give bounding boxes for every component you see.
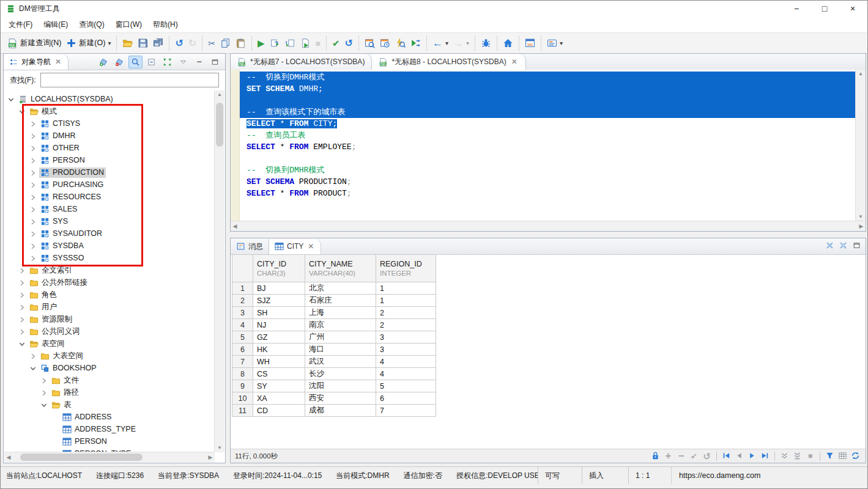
column-header-CITY_ID[interactable]: CITY_IDCHAR(3) — [253, 255, 305, 282]
refresh-grid-button[interactable] — [850, 450, 861, 462]
chevron-down-icon[interactable] — [8, 96, 15, 103]
chevron-right-icon[interactable] — [30, 230, 37, 237]
new-connection-button[interactable] — [97, 56, 111, 68]
minimize-button[interactable]: − — [782, 1, 811, 17]
save-all-button[interactable] — [151, 37, 165, 50]
tree-item-PURCHASING[interactable]: PURCHASING — [4, 178, 215, 191]
execute-script-button[interactable] — [299, 37, 313, 50]
scroll-left-icon[interactable]: ◀ — [4, 452, 13, 462]
export-grid-button[interactable] — [837, 450, 848, 462]
scroll-down-icon[interactable]: ▼ — [215, 444, 224, 452]
chevron-right-icon[interactable] — [30, 255, 37, 262]
chevron-right-icon[interactable] — [30, 145, 37, 152]
caret-down-icon[interactable]: ▾ — [108, 40, 111, 46]
new-query-button[interactable]: SQL新建查询(N) — [6, 37, 63, 50]
table-row[interactable]: 1BJ北京1 — [232, 282, 436, 295]
table-row[interactable]: 10XA西安6 — [232, 392, 436, 405]
debug-button[interactable] — [479, 37, 493, 50]
scroll-up-icon[interactable]: ▲ — [215, 90, 224, 99]
paste-button[interactable] — [234, 37, 248, 50]
commit-button[interactable]: ✔ — [330, 37, 342, 49]
chevron-right-icon[interactable] — [19, 267, 26, 274]
chevron-right-icon[interactable] — [30, 133, 37, 139]
grid-corner-cell[interactable] — [232, 255, 253, 282]
tree-item-SALES[interactable]: SALES — [4, 203, 215, 215]
menu-item-2[interactable]: 查询(Q) — [73, 18, 109, 32]
tree-item-DMHR[interactable]: DMHR — [4, 130, 215, 142]
chevron-right-icon[interactable] — [30, 157, 37, 164]
explain-stats-button[interactable] — [378, 37, 392, 50]
first-page-button[interactable] — [721, 450, 732, 462]
remove-connection-button[interactable] — [113, 56, 127, 68]
copy-button[interactable] — [218, 37, 232, 50]
maximize-view-button[interactable] — [208, 56, 222, 68]
tab-object-navigator[interactable]: 对象导航 ✕ — [4, 54, 69, 70]
data-dictionary-button[interactable]: 101 — [523, 37, 537, 50]
chevron-right-icon[interactable] — [30, 194, 37, 200]
scroll-down-icon[interactable]: ▼ — [856, 213, 866, 221]
table-row[interactable]: 6HK海口3 — [232, 344, 436, 356]
tree-item-模式[interactable]: 模式 — [4, 105, 215, 117]
last-page-button[interactable] — [759, 450, 771, 462]
tree-item-表[interactable]: 表 — [4, 399, 215, 411]
save-button[interactable] — [136, 37, 150, 50]
caret-down-icon[interactable]: ▾ — [466, 40, 469, 46]
chevron-right-icon[interactable] — [41, 389, 48, 396]
close-icon[interactable]: ✕ — [306, 242, 315, 251]
chevron-right-icon[interactable] — [30, 182, 37, 188]
tree-item-OTHER[interactable]: OTHER — [4, 142, 215, 154]
chevron-down-icon[interactable] — [30, 365, 37, 372]
close-icon[interactable]: ✕ — [54, 57, 62, 66]
link-with-editor-button[interactable] — [160, 56, 174, 68]
tree-item-表空间[interactable]: 表空间 — [4, 337, 215, 350]
caret-down-icon[interactable]: ▾ — [445, 40, 448, 46]
chevron-down-icon[interactable] — [19, 108, 26, 115]
tree-item-ADDRESS[interactable]: ADDRESS — [4, 411, 215, 423]
table-row[interactable]: 5GZ广州3 — [232, 331, 436, 344]
lock-grid-button[interactable] — [650, 450, 661, 462]
eco-link[interactable]: https://eco.dameng.com — [671, 467, 867, 484]
menu-item-1[interactable]: 编辑(E) — [38, 18, 73, 32]
tree-item-CTISYS[interactable]: CTISYS — [4, 117, 215, 130]
editor-horizontal-scrollbar[interactable]: ◀ ▶ — [231, 221, 866, 231]
sql-code-area[interactable]: -- 切换到DMHR模式SET SCHEMA DMHR;-- 查询该模式下的城市… — [240, 70, 856, 221]
menu-item-4[interactable]: 帮助(H) — [147, 18, 184, 32]
chevron-right-icon[interactable] — [30, 243, 37, 249]
table-row[interactable]: 7WH武汉4 — [232, 356, 436, 368]
table-row[interactable]: 11CD成都7 — [232, 405, 436, 417]
chevron-down-icon[interactable] — [41, 402, 48, 408]
home-button[interactable] — [501, 37, 515, 50]
delete-row-button[interactable]: − — [675, 450, 687, 461]
tree-vertical-scrollbar[interactable]: ▲ ▼ — [214, 90, 224, 452]
tree-item-PERSON[interactable]: PERSON — [4, 435, 215, 447]
scroll-right-icon[interactable]: ▶ — [206, 452, 215, 462]
tree-item-LOCALHOST(SYSDBA)[interactable]: LOCALHOST(SYSDBA) — [4, 93, 215, 105]
maximize-button[interactable]: □ — [811, 1, 839, 17]
editor-tab-2[interactable]: SQL*无标题8 - LOCALHOST(SYSDBA)✕ — [372, 54, 525, 70]
scrollbar-thumb[interactable] — [216, 103, 223, 147]
prev-page-button[interactable] — [733, 450, 745, 462]
collapse-all-button[interactable] — [144, 56, 158, 68]
next-page-button[interactable] — [746, 450, 758, 462]
pin-new-result-button[interactable] — [839, 241, 848, 252]
undo-button[interactable]: ↺ — [173, 37, 185, 50]
tree-item-PERSON[interactable]: PERSON — [4, 154, 215, 166]
options-button[interactable]: ▾ — [545, 37, 565, 50]
find-input[interactable] — [40, 73, 219, 87]
tree-item-公共同义词[interactable]: 公共同义词 — [4, 325, 215, 337]
tree-item-文件[interactable]: 文件 — [4, 374, 215, 386]
chevron-right-icon[interactable] — [41, 377, 48, 384]
apply-changes-button[interactable]: ✔ — [688, 450, 700, 461]
view-menu-button[interactable] — [176, 56, 190, 68]
scroll-right-icon[interactable]: ▶ — [857, 221, 866, 231]
tree-horizontal-scrollbar[interactable]: ◀ ▶ — [4, 452, 215, 462]
tree-item-用户[interactable]: 用户 — [4, 301, 215, 313]
scroll-left-icon[interactable]: ◀ — [231, 221, 239, 231]
stop-fetch-button[interactable]: ■ — [804, 450, 816, 461]
chevron-right-icon[interactable] — [19, 292, 26, 298]
editor-vertical-scrollbar[interactable]: ▲ ▼ — [855, 70, 866, 221]
menu-item-0[interactable]: 文件(F) — [3, 18, 38, 32]
open-button[interactable] — [121, 37, 135, 50]
tree-item-BOOKSHOP[interactable]: BOOKSHOP — [4, 362, 215, 374]
auto-trace-button[interactable] — [409, 37, 423, 50]
